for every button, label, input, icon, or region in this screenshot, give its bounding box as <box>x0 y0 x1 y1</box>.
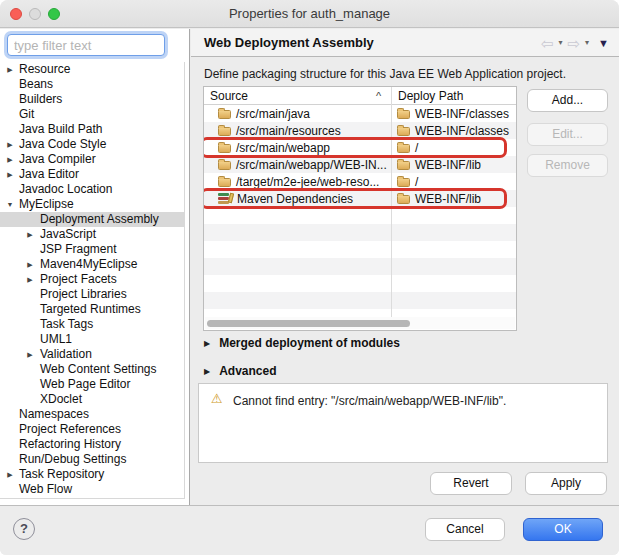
sidebar-item-web-content-settings[interactable]: Web Content Settings <box>0 362 184 377</box>
sidebar-item-label: Web Flow <box>19 482 72 496</box>
sidebar-item-label: Java Code Style <box>19 137 106 151</box>
sidebar-item-maven4myeclipse[interactable]: ▶Maven4MyEclipse <box>0 257 184 272</box>
expand-arrow-icon[interactable]: ▶ <box>24 347 36 362</box>
main-panel: Web Deployment Assembly ⇦ ▾ ⇨ ▾ ▼ Define… <box>191 29 619 505</box>
sidebar-item-project-libraries[interactable]: Project Libraries <box>0 287 184 302</box>
sidebar-item-web-flow[interactable]: Web Flow <box>0 482 184 497</box>
expander-merged-deployment[interactable]: ▶ Merged deployment of modules <box>204 335 400 351</box>
sidebar-item-jsp-fragment[interactable]: JSP Fragment <box>0 242 184 257</box>
sidebar-item-java-editor[interactable]: ▶Java Editor <box>0 167 184 182</box>
source-cell: /src/main/webapp <box>204 139 391 156</box>
sidebar-item-java-code-style[interactable]: ▶Java Code Style <box>0 137 184 152</box>
expander-label: Advanced <box>219 364 276 378</box>
folder-icon <box>397 195 410 204</box>
folder-icon <box>397 161 410 170</box>
sidebar-item-myeclipse[interactable]: ▼MyEclipse <box>0 197 184 212</box>
sidebar-item-label: Java Compiler <box>19 152 96 166</box>
deploy-path-text: WEB-INF/lib <box>415 158 481 172</box>
filter-input[interactable] <box>7 34 165 56</box>
sidebar-item-git[interactable]: Git <box>0 107 184 122</box>
collapse-arrow-icon[interactable]: ▼ <box>4 197 16 212</box>
sidebar-item-run-debug-settings[interactable]: Run/Debug Settings <box>0 452 184 467</box>
warning-icon: ⚠ <box>211 391 223 406</box>
cancel-button[interactable]: Cancel <box>425 518 505 541</box>
view-menu-icon[interactable]: ▼ <box>598 38 609 49</box>
column-header-deploy-path[interactable]: Deploy Path <box>398 87 463 105</box>
folder-icon <box>218 161 231 170</box>
sidebar-item-project-references[interactable]: Project References <box>0 422 184 437</box>
expand-arrow-icon[interactable]: ▶ <box>4 137 16 152</box>
expand-arrow-icon[interactable]: ▶ <box>4 152 16 167</box>
table-row[interactable]: /target/m2e-jee/web-reso.../ <box>204 173 516 190</box>
table-row[interactable]: /src/main/webapp/ <box>204 139 516 156</box>
folder-icon <box>218 127 231 136</box>
sidebar-item-refactoring-history[interactable]: Refactoring History <box>0 437 184 452</box>
help-button[interactable]: ? <box>13 518 35 540</box>
expand-arrow-icon[interactable]: ▶ <box>4 167 16 182</box>
table-row[interactable]: Maven DependenciesWEB-INF/lib <box>204 190 516 207</box>
sidebar-item-uml1[interactable]: UML1 <box>0 332 184 347</box>
warning-box: ⚠ Cannot find entry: "/src/main/webapp/W… <box>198 383 608 463</box>
folder-icon <box>397 178 410 187</box>
remove-button[interactable]: Remove <box>527 154 608 177</box>
sidebar-item-label: Maven4MyEclipse <box>40 257 137 271</box>
sidebar-item-validation[interactable]: ▶Validation <box>0 347 184 362</box>
revert-button[interactable]: Revert <box>430 472 512 495</box>
table-row[interactable]: /src/main/webapp/WEB-IN...WEB-INF/lib <box>204 156 516 173</box>
sidebar-item-label: Resource <box>19 62 70 76</box>
expand-arrow-icon[interactable]: ▶ <box>24 257 36 272</box>
source-cell: /src/main/java <box>204 105 391 122</box>
sidebar-item-task-repository[interactable]: ▶Task Repository <box>0 467 184 482</box>
hscroll-thumb[interactable] <box>207 320 410 327</box>
sidebar-item-resource[interactable]: ▶Resource <box>0 62 184 77</box>
forward-dropdown-icon[interactable]: ▾ <box>585 39 589 47</box>
expand-arrow-icon: ▶ <box>204 339 210 348</box>
source-text: /target/m2e-jee/web-reso... <box>236 175 379 189</box>
table-row-empty <box>204 258 516 275</box>
expand-arrow-icon[interactable]: ▶ <box>4 62 16 77</box>
source-cell: /src/main/webapp/WEB-IN... <box>204 156 391 173</box>
sidebar-item-task-tags[interactable]: Task Tags <box>0 317 184 332</box>
sidebar-item-label: Javadoc Location <box>19 182 112 196</box>
folder-icon <box>397 144 410 153</box>
sidebar-item-label: UML1 <box>40 332 72 346</box>
sidebar-item-label: MyEclipse <box>19 197 74 211</box>
apply-button[interactable]: Apply <box>525 472 607 495</box>
ok-button[interactable]: OK <box>523 518 603 541</box>
expand-arrow-icon[interactable]: ▶ <box>24 227 36 242</box>
column-header-source[interactable]: Source <box>210 87 248 105</box>
sidebar-item-project-facets[interactable]: ▶Project Facets <box>0 272 184 287</box>
sidebar-item-label: Java Build Path <box>19 122 102 136</box>
sidebar-item-xdoclet[interactable]: XDoclet <box>0 392 184 407</box>
expand-arrow-icon[interactable]: ▶ <box>24 272 36 287</box>
sidebar-item-deployment-assembly[interactable]: Deployment Assembly <box>0 212 184 227</box>
sidebar-item-targeted-runtimes[interactable]: Targeted Runtimes <box>0 302 184 317</box>
sidebar-item-label: Validation <box>40 347 92 361</box>
sidebar-item-namespaces[interactable]: Namespaces <box>0 407 184 422</box>
table-row[interactable]: /src/main/javaWEB-INF/classes <box>204 105 516 122</box>
sidebar-item-java-compiler[interactable]: ▶Java Compiler <box>0 152 184 167</box>
expander-advanced[interactable]: ▶ Advanced <box>204 363 277 379</box>
sidebar-item-web-page-editor[interactable]: Web Page Editor <box>0 377 184 392</box>
sidebar-item-builders[interactable]: Builders <box>0 92 184 107</box>
sidebar-item-label: Project Libraries <box>40 287 127 301</box>
sidebar-item-label: Web Content Settings <box>40 362 157 376</box>
sidebar-item-javascript[interactable]: ▶JavaScript <box>0 227 184 242</box>
back-arrow-icon[interactable]: ⇦ <box>541 36 554 51</box>
sidebar-tree: ▶ResourceBeansBuildersGitJava Build Path… <box>0 62 185 499</box>
deploy-path-text: / <box>415 141 418 155</box>
sidebar-item-label: Namespaces <box>19 407 89 421</box>
sidebar-item-java-build-path[interactable]: Java Build Path <box>0 122 184 137</box>
sidebar-item-beans[interactable]: Beans <box>0 77 184 92</box>
column-divider <box>391 87 392 317</box>
sidebar-item-label: Run/Debug Settings <box>19 452 126 466</box>
sidebar-item-javadoc-location[interactable]: Javadoc Location <box>0 182 184 197</box>
add-button[interactable]: Add... <box>527 89 608 112</box>
source-text: /src/main/webapp <box>236 141 330 155</box>
sidebar-item-label: XDoclet <box>40 392 82 406</box>
table-row[interactable]: /src/main/resourcesWEB-INF/classes <box>204 122 516 139</box>
back-dropdown-icon[interactable]: ▾ <box>559 39 563 47</box>
expand-arrow-icon[interactable]: ▶ <box>4 467 16 482</box>
edit-button[interactable]: Edit... <box>527 123 608 146</box>
forward-arrow-icon[interactable]: ⇨ <box>568 36 581 51</box>
